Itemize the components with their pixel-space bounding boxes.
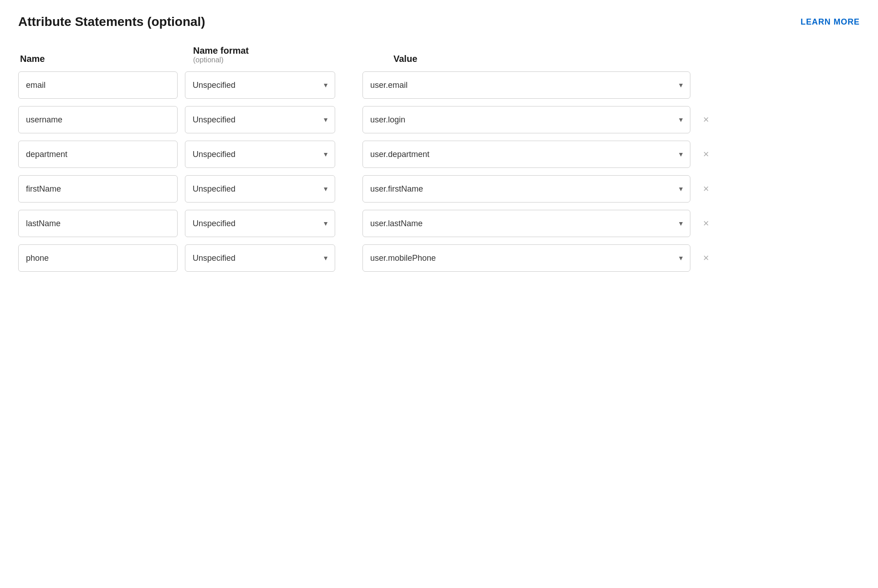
section-header: Attribute Statements (optional) LEARN MO… <box>18 15 860 29</box>
delete-button-department-row[interactable]: × <box>699 146 713 163</box>
value-select-username-row[interactable]: user.emailuser.loginuser.departmentuser.… <box>362 106 690 133</box>
value-select-department-row[interactable]: user.emailuser.loginuser.departmentuser.… <box>362 141 690 168</box>
format-select-wrapper-phone-row: UnspecifiedURI ReferenceBasic▼ <box>185 244 335 272</box>
name-input-department-row[interactable] <box>18 141 178 168</box>
attribute-row: UnspecifiedURI ReferenceBasic▼user.email… <box>18 244 860 272</box>
attribute-row: UnspecifiedURI ReferenceBasic▼user.email… <box>18 106 860 133</box>
name-input-firstname-row[interactable] <box>18 175 178 203</box>
format-select-firstname-row[interactable]: UnspecifiedURI ReferenceBasic <box>185 175 335 203</box>
columns-header: Name Name format (optional) Value <box>18 46 860 64</box>
name-input-username-row[interactable] <box>18 106 178 133</box>
delete-button-firstname-row[interactable]: × <box>699 180 713 198</box>
learn-more-link[interactable]: LEARN MORE <box>801 17 860 27</box>
value-select-wrapper-department-row: user.emailuser.loginuser.departmentuser.… <box>362 141 690 168</box>
value-select-wrapper-firstname-row: user.emailuser.loginuser.departmentuser.… <box>362 175 690 203</box>
value-select-wrapper-username-row: user.emailuser.loginuser.departmentuser.… <box>362 106 690 133</box>
format-select-wrapper-department-row: UnspecifiedURI ReferenceBasic▼ <box>185 141 335 168</box>
column-value-header: Value <box>393 54 417 64</box>
delete-button-lastname-row[interactable]: × <box>699 215 713 232</box>
column-format-header: Name format (optional) <box>193 46 366 64</box>
column-name-header: Name <box>20 54 193 64</box>
column-format-optional: (optional) <box>193 56 366 64</box>
delete-button-phone-row[interactable]: × <box>699 249 713 267</box>
format-select-wrapper-username-row: UnspecifiedURI ReferenceBasic▼ <box>185 106 335 133</box>
value-select-email-row[interactable]: user.emailuser.loginuser.departmentuser.… <box>362 71 690 99</box>
format-select-department-row[interactable]: UnspecifiedURI ReferenceBasic <box>185 141 335 168</box>
value-select-lastname-row[interactable]: user.emailuser.loginuser.departmentuser.… <box>362 210 690 237</box>
attribute-row: UnspecifiedURI ReferenceBasic▼user.email… <box>18 141 860 168</box>
section-title: Attribute Statements (optional) <box>18 15 205 29</box>
value-select-firstname-row[interactable]: user.emailuser.loginuser.departmentuser.… <box>362 175 690 203</box>
name-input-email-row[interactable] <box>18 71 178 99</box>
format-select-email-row[interactable]: UnspecifiedURI ReferenceBasic <box>185 71 335 99</box>
value-select-wrapper-phone-row: user.emailuser.loginuser.departmentuser.… <box>362 244 690 272</box>
column-format-label: Name format <box>193 46 366 56</box>
value-select-wrapper-email-row: user.emailuser.loginuser.departmentuser.… <box>362 71 690 99</box>
format-select-wrapper-lastname-row: UnspecifiedURI ReferenceBasic▼ <box>185 210 335 237</box>
format-select-wrapper-email-row: UnspecifiedURI ReferenceBasic▼ <box>185 71 335 99</box>
format-select-lastname-row[interactable]: UnspecifiedURI ReferenceBasic <box>185 210 335 237</box>
delete-button-username-row[interactable]: × <box>699 111 713 128</box>
format-select-phone-row[interactable]: UnspecifiedURI ReferenceBasic <box>185 244 335 272</box>
attribute-rows-container: UnspecifiedURI ReferenceBasic▼user.email… <box>18 71 860 272</box>
format-select-wrapper-firstname-row: UnspecifiedURI ReferenceBasic▼ <box>185 175 335 203</box>
name-input-phone-row[interactable] <box>18 244 178 272</box>
value-select-phone-row[interactable]: user.emailuser.loginuser.departmentuser.… <box>362 244 690 272</box>
name-input-lastname-row[interactable] <box>18 210 178 237</box>
attribute-row: UnspecifiedURI ReferenceBasic▼user.email… <box>18 210 860 237</box>
format-select-username-row[interactable]: UnspecifiedURI ReferenceBasic <box>185 106 335 133</box>
attribute-row: UnspecifiedURI ReferenceBasic▼user.email… <box>18 175 860 203</box>
attribute-row: UnspecifiedURI ReferenceBasic▼user.email… <box>18 71 860 99</box>
value-select-wrapper-lastname-row: user.emailuser.loginuser.departmentuser.… <box>362 210 690 237</box>
